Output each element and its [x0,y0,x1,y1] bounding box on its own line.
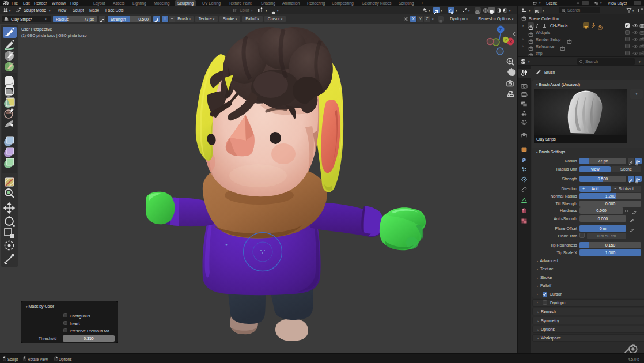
svg-text:Z: Z [499,28,502,32]
svg-text:Y: Y [505,39,507,42]
svg-text:X: X [509,40,512,44]
